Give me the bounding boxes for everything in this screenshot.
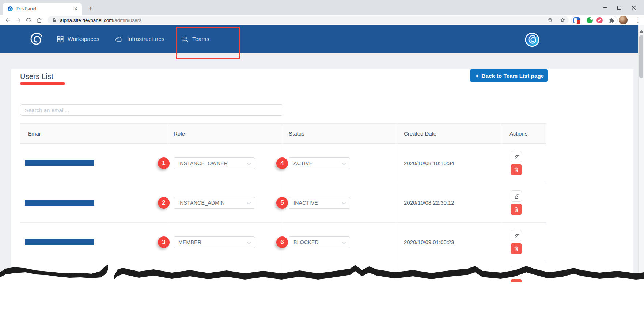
- status-select[interactable]: BLOCKED: [289, 236, 350, 248]
- grid-icon: [57, 36, 64, 42]
- app-navbar: Workspaces Infrastructures Teams: [0, 25, 638, 53]
- puzzle-extensions-icon[interactable]: [607, 16, 615, 24]
- torn-edge-decoration: [0, 261, 644, 315]
- annotation-marker-3: 3: [158, 236, 170, 248]
- trash-icon: [514, 167, 519, 173]
- pencil-icon: [514, 154, 519, 160]
- annotation-rectangle-teams: [176, 27, 240, 59]
- edit-user-button[interactable]: [511, 190, 522, 202]
- column-header-email: Email: [20, 124, 167, 143]
- devpanel-logo-colored-icon: [523, 31, 541, 48]
- back-to-team-list-button[interactable]: Back to Team List page: [470, 69, 548, 82]
- search-input[interactable]: [20, 104, 283, 116]
- column-header-role: Role: [167, 124, 282, 143]
- trash-icon: [514, 246, 519, 252]
- browser-window: DevPanel × + alpha.site.devpanel.com/adm…: [0, 0, 644, 315]
- created-date: 2020/10/09 01:05:23: [404, 223, 454, 262]
- evernote-extension-icon[interactable]: [586, 16, 594, 24]
- url-domain: alpha.site.devpanel.com: [60, 18, 113, 23]
- users-card: Users List Back to Team List page Email …: [11, 69, 633, 289]
- status-value: ACTIVE: [293, 160, 312, 166]
- cloud-icon: [115, 36, 123, 42]
- users-table: Email Role Status Created Date Actions 1…: [20, 123, 546, 284]
- profile-avatar[interactable]: [619, 16, 628, 24]
- browser-toolbar: alpha.site.devpanel.com/admin/users ⋮: [0, 15, 644, 25]
- chevron-down-icon: [342, 163, 346, 166]
- annotation-marker-5: 5: [276, 197, 288, 209]
- back-button-label: Back to Team List page: [482, 73, 544, 79]
- chevron-down-icon: [342, 202, 346, 205]
- annotation-marker-2: 2: [158, 197, 170, 209]
- delete-user-button[interactable]: [511, 164, 522, 175]
- window-controls: [597, 0, 641, 15]
- forward-icon[interactable]: [14, 16, 22, 24]
- url-text: alpha.site.devpanel.com/admin/users: [60, 18, 141, 23]
- page-title: Users List: [20, 72, 53, 81]
- zoom-icon[interactable]: [546, 16, 554, 24]
- maximize-icon: [617, 6, 621, 10]
- pink-extension-icon[interactable]: [596, 16, 603, 24]
- trash-icon: [514, 206, 519, 212]
- back-icon[interactable]: [4, 16, 12, 24]
- table-row: 1 INSTANCE_OWNER 4 ACTIVE 2020/10/08 10:…: [20, 144, 546, 183]
- browser-titlebar: DevPanel × +: [0, 0, 644, 15]
- new-tab-button[interactable]: +: [86, 3, 96, 14]
- pencil-icon: [514, 233, 519, 239]
- annotation-marker-4: 4: [276, 158, 288, 169]
- minimize-button[interactable]: [597, 0, 612, 15]
- close-icon: [632, 5, 636, 10]
- lock-icon: [52, 18, 57, 23]
- chevron-down-icon: [247, 242, 251, 244]
- browser-menu-icon[interactable]: ⋮: [634, 16, 642, 24]
- minimize-icon: [603, 7, 607, 8]
- redacted-email: [25, 239, 94, 245]
- status-value: BLOCKED: [293, 239, 319, 245]
- role-select[interactable]: INSTANCE_OWNER: [174, 158, 255, 169]
- address-bar[interactable]: alpha.site.devpanel.com/admin/users: [48, 16, 569, 24]
- table-row: 2 INSTANCE_ADMIN 5 INACTIVE 2020/10/08 2…: [20, 183, 546, 223]
- annotation-underline: [20, 82, 65, 85]
- created-date: 2020/10/08 22:30:12: [404, 183, 454, 222]
- browser-tab[interactable]: DevPanel ×: [3, 3, 82, 15]
- role-value: MEMBER: [178, 239, 201, 245]
- nav-item-workspaces[interactable]: Workspaces: [57, 34, 99, 44]
- column-header-actions: Actions: [501, 124, 546, 143]
- redacted-email: [25, 160, 94, 166]
- role-select[interactable]: INSTANCE_ADMIN: [174, 197, 255, 209]
- nav-label: Infrastructures: [127, 36, 164, 42]
- role-select[interactable]: MEMBER: [174, 236, 255, 248]
- role-value: INSTANCE_ADMIN: [178, 200, 225, 206]
- edit-user-button[interactable]: [511, 151, 522, 162]
- delete-user-button[interactable]: [511, 204, 522, 215]
- chevron-down-icon: [247, 202, 251, 205]
- created-date: 2020/10/08 10:10:34: [404, 144, 454, 183]
- column-header-status: Status: [282, 124, 397, 143]
- scrollbar-thumb[interactable]: [639, 35, 643, 78]
- role-value: INSTANCE_OWNER: [178, 160, 228, 166]
- reload-icon[interactable]: [24, 16, 33, 24]
- chevron-down-icon: [342, 242, 346, 244]
- devpanel-logo-icon[interactable]: [28, 30, 45, 48]
- annotation-marker-6: 6: [276, 236, 288, 248]
- status-select[interactable]: INACTIVE: [289, 197, 350, 209]
- edit-user-button[interactable]: [511, 230, 522, 241]
- password-extension-icon[interactable]: [573, 16, 580, 24]
- table-row: 3 MEMBER 6 BLOCKED 2020/10/09 01:05:23: [20, 223, 546, 262]
- status-value: INACTIVE: [293, 200, 318, 206]
- bookmark-star-icon[interactable]: [558, 16, 567, 24]
- url-path: /admin/users: [113, 18, 141, 23]
- tab-close-icon[interactable]: ×: [73, 6, 79, 12]
- close-button[interactable]: [626, 0, 641, 15]
- maximize-button[interactable]: [612, 0, 626, 15]
- redacted-email: [25, 200, 94, 206]
- nav-item-infrastructures[interactable]: Infrastructures: [115, 34, 164, 44]
- back-triangle-icon: [474, 74, 478, 78]
- scroll-up-arrow-icon[interactable]: [640, 28, 643, 33]
- chevron-down-icon: [247, 163, 251, 166]
- home-icon[interactable]: [35, 16, 43, 24]
- delete-user-button[interactable]: [511, 243, 522, 254]
- column-header-created: Created Date: [397, 124, 501, 143]
- status-select[interactable]: ACTIVE: [289, 158, 350, 169]
- annotation-marker-1: 1: [158, 158, 170, 169]
- page-body: Users List Back to Team List page Email …: [0, 53, 638, 289]
